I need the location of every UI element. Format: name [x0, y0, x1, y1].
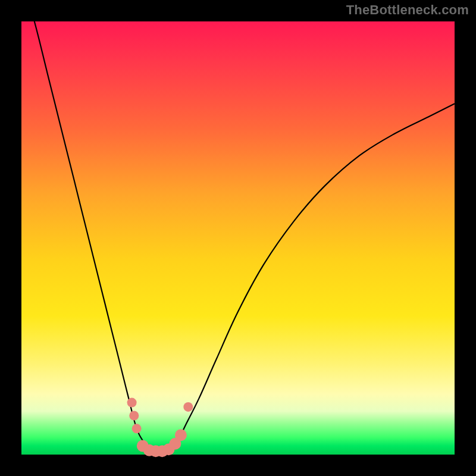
marker-dot — [183, 402, 193, 412]
chart-svg — [21, 21, 455, 455]
chart-plot-area — [21, 21, 455, 455]
bottleneck-markers — [127, 398, 193, 458]
marker-dot — [129, 411, 139, 421]
right-curve-line — [169, 104, 455, 452]
left-curve-line — [21, 0, 151, 452]
marker-dot — [175, 429, 187, 441]
marker-dot — [127, 398, 137, 408]
marker-dot — [132, 424, 142, 433]
watermark-text: TheBottleneck.com — [346, 2, 469, 18]
